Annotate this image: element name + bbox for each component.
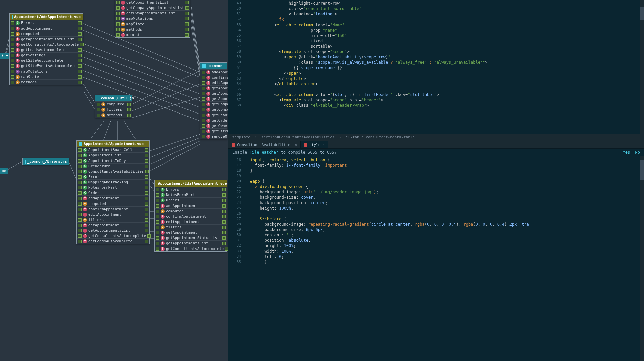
graph-node-header[interactable]: Appointment/EditAppointment.vue [155, 180, 227, 187]
port-left-icon[interactable] [202, 71, 205, 74]
graph-node-header[interactable]: _common_/Errors.js [23, 158, 69, 165]
graph-node-item[interactable]: fgetConsultantsAutocomplete [77, 233, 149, 238]
port-left-icon[interactable] [116, 17, 120, 20]
port-right-icon[interactable] [78, 32, 82, 36]
port-left-icon[interactable] [78, 197, 82, 200]
editor-tab[interactable]: ConsultantsAvailabilities× [228, 141, 301, 148]
port-right-icon[interactable] [222, 215, 226, 218]
graph-node-item[interactable]: fgetLeadsAutocomplete [77, 238, 149, 244]
graph-node-item[interactable]: CErrors [155, 187, 227, 192]
port-left-icon[interactable] [78, 148, 82, 152]
port-right-icon[interactable] [145, 165, 148, 168]
graph-node-item[interactable]: vmethods [10, 79, 83, 85]
port-left-icon[interactable] [11, 43, 14, 46]
port-left-icon[interactable] [116, 22, 120, 26]
graph-node-item[interactable]: vfilters [95, 107, 132, 112]
port-right-icon[interactable] [222, 226, 226, 229]
graph-node[interactable]: _common_/util.jsvcomputedvfiltersvmethod… [95, 95, 132, 118]
port-right-icon[interactable] [145, 170, 149, 173]
port-right-icon[interactable] [185, 28, 189, 31]
port-left-icon[interactable] [202, 108, 205, 111]
graph-node-item[interactable]: fgetOwnAppointmentsList [115, 10, 190, 16]
port-right-icon[interactable] [145, 229, 148, 232]
graph-node-item[interactable]: vfilters [77, 217, 149, 222]
graph-node-item[interactable]: CAppointmentList [77, 152, 149, 158]
graph-node[interactable]: Appointment/AddAppointment.vueCErrorsfad… [9, 13, 83, 85]
graph-node-item[interactable]: fgetAppointment [155, 230, 227, 235]
scrollbar-vertical[interactable] [640, 0, 644, 134]
port-left-icon[interactable] [202, 76, 205, 79]
port-left-icon[interactable] [156, 236, 159, 240]
port-left-icon[interactable] [78, 229, 82, 232]
port-right-icon[interactable] [147, 234, 151, 238]
port-left-icon[interactable] [11, 59, 14, 62]
port-right-icon[interactable] [222, 188, 226, 191]
graph-node-item[interactable]: fmoment [115, 32, 190, 37]
graph-node-partial[interactable]: ue [0, 168, 8, 174]
graph-node-item[interactable]: vfilters [155, 224, 227, 230]
port-left-icon[interactable] [156, 247, 159, 251]
graph-node-item[interactable]: vcomputed [155, 208, 227, 214]
graph-node-item[interactable]: fgetConsultantsAutocomplete [10, 42, 83, 47]
graph-node-item[interactable]: COrders [155, 197, 227, 203]
graph-node-item[interactable]: fconfirmAppointment [77, 206, 149, 212]
port-right-icon[interactable] [222, 199, 226, 202]
port-right-icon[interactable] [145, 240, 148, 243]
graph-node-item[interactable]: vcomputed [77, 201, 149, 206]
port-right-icon[interactable] [222, 193, 226, 197]
graph-node-item[interactable]: faddAppointment [77, 195, 149, 201]
port-right-icon[interactable] [78, 38, 82, 41]
graph-node-item[interactable]: fgetSiteEve [200, 128, 227, 134]
port-left-icon[interactable] [156, 220, 159, 224]
port-left-icon[interactable] [78, 234, 82, 238]
graph-node-item[interactable]: fgetSiteAutocomplete [10, 58, 83, 63]
port-left-icon[interactable] [78, 218, 82, 222]
graph-node[interactable]: Appointment/EditAppointment.vueCErrorsCN… [154, 180, 227, 252]
port-right-icon[interactable] [185, 1, 189, 4]
port-right-icon[interactable] [185, 22, 189, 26]
port-left-icon[interactable] [78, 159, 82, 163]
port-right-icon[interactable] [222, 204, 226, 208]
port-left-icon[interactable] [202, 92, 205, 95]
port-left-icon[interactable] [11, 70, 14, 73]
port-right-icon[interactable] [145, 154, 148, 157]
port-left-icon[interactable] [78, 186, 82, 189]
port-right-icon[interactable] [185, 17, 189, 20]
breadcrumb-item[interactable]: section#ConsultantsAvailabilities [261, 135, 335, 139]
port-right-icon[interactable] [78, 64, 82, 68]
port-right-icon[interactable] [78, 59, 82, 62]
graph-node-item[interactable]: fgetSiteEventsAutocomplete [10, 63, 83, 69]
port-left-icon[interactable] [116, 1, 120, 4]
port-left-icon[interactable] [11, 27, 14, 30]
graph-node-item[interactable]: fconfirmAppointment [155, 214, 227, 219]
port-right-icon[interactable] [145, 191, 148, 195]
port-right-icon[interactable] [80, 43, 84, 46]
port-left-icon[interactable] [78, 224, 82, 227]
port-left-icon[interactable] [202, 114, 205, 117]
port-right-icon[interactable] [185, 12, 189, 15]
breadcrumb-item[interactable]: template [232, 135, 250, 139]
port-left-icon[interactable] [202, 130, 205, 133]
graph-node[interactable]: vcomputedfgetAppointmentsListfgetCompany… [115, 0, 190, 38]
port-left-icon[interactable] [11, 38, 14, 41]
graph-node-item[interactable]: vmapState [115, 21, 190, 27]
graph-node-header[interactable]: Appointment/Appointment.vue [77, 141, 149, 147]
port-left-icon[interactable] [97, 114, 100, 117]
port-right-icon[interactable] [145, 186, 148, 189]
port-left-icon[interactable] [116, 12, 120, 15]
port-left-icon[interactable] [11, 81, 14, 84]
graph-node-header[interactable]: Appointment/AddAppointment.vue [10, 14, 83, 20]
port-left-icon[interactable] [156, 226, 159, 229]
close-icon[interactable]: × [322, 143, 325, 147]
port-right-icon[interactable] [145, 159, 148, 163]
graph-node-item[interactable]: CErrors [77, 174, 149, 179]
port-right-icon[interactable] [145, 175, 148, 179]
graph-node-item[interactable]: fgetOrder [200, 118, 227, 123]
graph-node-item[interactable]: fgetAppointmentStatusList [155, 235, 227, 240]
port-right-icon[interactable] [145, 197, 148, 200]
graph-node-item[interactable]: fgetAppointmentsList [115, 0, 190, 5]
graph-node-item[interactable]: fgetSettings [10, 52, 83, 58]
code-content[interactable]: highlight-current-row class="consultant-… [244, 0, 640, 134]
graph-node-item[interactable]: CNotesFormPart [155, 192, 227, 197]
graph-node-item[interactable]: fgetLeads [200, 112, 227, 118]
